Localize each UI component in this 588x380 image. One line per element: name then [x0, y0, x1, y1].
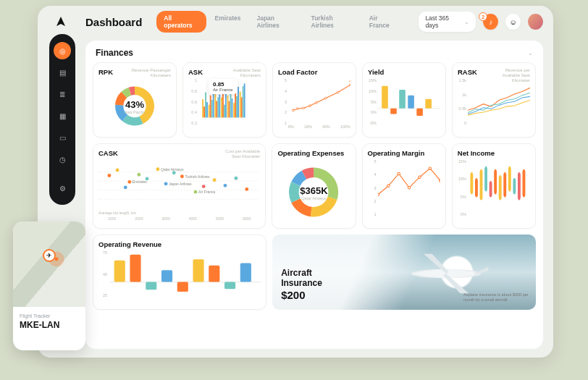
svg-point-79	[408, 186, 410, 188]
tab-emirates[interactable]: Emirates	[208, 11, 248, 33]
app-logo-icon	[52, 13, 70, 30]
svg-point-108	[508, 166, 510, 168]
promo-fineprint: Airplane insurance is about $200 per mon…	[463, 292, 529, 303]
svg-rect-126	[209, 266, 219, 282]
svg-rect-98	[494, 170, 497, 193]
svg-point-49	[116, 169, 119, 172]
svg-text:Emirates: Emirates	[133, 180, 147, 184]
card-subtitle: Revenue Passenger Kilometers	[129, 68, 171, 78]
nav-analytics[interactable]: ▤	[54, 64, 71, 81]
card-title: Net Income	[458, 149, 495, 157]
date-range-select[interactable]: Last 365 days ⌄	[419, 12, 476, 32]
svg-text:6000: 6000	[243, 216, 251, 221]
card-title: Load Factor	[278, 68, 317, 76]
svg-point-29	[297, 108, 299, 110]
card-rpk[interactable]: RPKRevenue Passenger Kilometers 43%Asia …	[93, 62, 177, 138]
svg-point-48	[107, 174, 111, 177]
card-net-income[interactable]: Net Income15%10%5%0%	[452, 143, 536, 229]
avatar[interactable]	[528, 14, 543, 30]
card-ask[interactable]: ASKAvailable Seat Kilometers10.80.60.40.…	[182, 62, 266, 138]
svg-point-114	[518, 172, 519, 174]
card-rask[interactable]: RASKRevenue per Available Seat Kilometer…	[452, 62, 536, 138]
card-yield[interactable]: Yield15%10%5%0%-5%	[362, 62, 446, 138]
svg-point-96	[490, 181, 491, 182]
panel-collapse-icon[interactable]: ⌄	[528, 50, 533, 56]
nav-home[interactable]: ◎	[54, 42, 71, 59]
promo-title-l2: Insurance	[281, 279, 322, 289]
svg-point-30	[303, 107, 305, 109]
svg-rect-116	[522, 170, 525, 196]
svg-point-109	[508, 190, 510, 191]
svg-point-63	[245, 187, 248, 191]
svg-point-55	[164, 182, 168, 185]
svg-rect-26	[243, 86, 244, 118]
svg-point-82	[439, 180, 440, 182]
svg-rect-40	[399, 90, 406, 109]
svg-text:Average trip length, km: Average trip length, km	[98, 211, 136, 215]
svg-point-34	[337, 91, 339, 93]
svg-rect-12	[221, 97, 222, 117]
svg-rect-24	[240, 91, 241, 117]
svg-text:1000: 1000	[108, 216, 116, 221]
svg-rect-25	[241, 97, 243, 117]
sidebar-rail: ◎ ▤ ≣ ▦ ▭ ◷ ⚙	[49, 34, 75, 205]
tab-all-operators[interactable]: All operators	[156, 11, 206, 33]
svg-rect-9	[216, 101, 217, 117]
svg-point-58	[194, 190, 198, 194]
svg-rect-3	[206, 102, 208, 118]
svg-point-81	[429, 167, 431, 169]
flight-tracker-code: MKE-LAN	[20, 320, 79, 330]
svg-rect-11	[219, 95, 220, 118]
svg-rect-20	[233, 103, 235, 118]
svg-point-93	[485, 166, 487, 168]
nav-docs[interactable]: ▭	[54, 129, 71, 146]
nav-fleet[interactable]: ▦	[54, 107, 71, 124]
svg-point-103	[499, 198, 500, 200]
flight-tracker-map: ✈	[13, 221, 85, 307]
flight-tracker-widget[interactable]: ✈ Flight Tracker MKE-LAN	[13, 221, 85, 350]
nav-settings[interactable]: ⚙	[54, 180, 71, 197]
card-title: RPK	[98, 68, 113, 76]
svg-rect-17	[229, 101, 230, 117]
finances-panel: Finances ⌄ RPKRevenue Passenger Kilomete…	[85, 41, 543, 349]
help-button[interactable]: ☺	[505, 14, 521, 30]
tab-turkish-airlines[interactable]: Turkish Airlines	[304, 11, 361, 33]
svg-rect-1	[203, 106, 205, 117]
svg-rect-2	[205, 93, 206, 118]
card-operating-margin[interactable]: Operating Margin54321	[362, 143, 446, 229]
svg-rect-128	[240, 263, 251, 282]
nav-database[interactable]: ≣	[54, 85, 71, 103]
svg-point-33	[324, 97, 327, 99]
card-cask[interactable]: CASKCost per Available Seat Kilometer Qa…	[93, 143, 266, 229]
chevron-down-icon: ⌄	[464, 19, 469, 25]
card-operating-expenses[interactable]: Operating Expenses $365KQatar Airways	[272, 143, 356, 229]
card-title: Operating Expenses	[277, 149, 344, 157]
svg-rect-16	[227, 96, 229, 118]
svg-point-91	[480, 198, 482, 200]
svg-point-115	[518, 198, 519, 200]
nav-history[interactable]: ◷	[54, 151, 71, 168]
svg-rect-5	[210, 96, 211, 118]
svg-rect-120	[114, 261, 125, 282]
svg-point-80	[418, 176, 420, 178]
notifications-button[interactable]: 2 ♪	[483, 14, 498, 30]
svg-point-54	[156, 167, 159, 171]
date-range-label: Last 365 days	[425, 14, 461, 29]
card-aircraft-insurance[interactable]: Aircraft Insurance $200 Airplane insuran…	[272, 235, 536, 310]
svg-rect-10	[217, 97, 219, 117]
tab-air-france[interactable]: Air France	[362, 11, 405, 33]
svg-point-56	[172, 171, 176, 174]
svg-point-60	[213, 178, 217, 182]
page-title: Dashboard	[85, 16, 142, 28]
card-title: RASK	[458, 68, 477, 76]
card-load-factor[interactable]: Load Factor54321 4.4 8%18%40%100%	[272, 62, 356, 138]
svg-rect-0	[202, 99, 203, 118]
svg-text:2000: 2000	[135, 216, 143, 221]
tab-japan-airlines[interactable]: Japan Airlines	[249, 11, 302, 33]
svg-rect-83	[470, 173, 473, 193]
card-operating-revenue[interactable]: Operating Revenue754025	[93, 235, 266, 310]
airplane-icon	[388, 248, 504, 299]
svg-text:Japan Airlines: Japan Airlines	[169, 182, 192, 186]
svg-point-77	[387, 185, 389, 187]
svg-rect-104	[503, 173, 506, 196]
